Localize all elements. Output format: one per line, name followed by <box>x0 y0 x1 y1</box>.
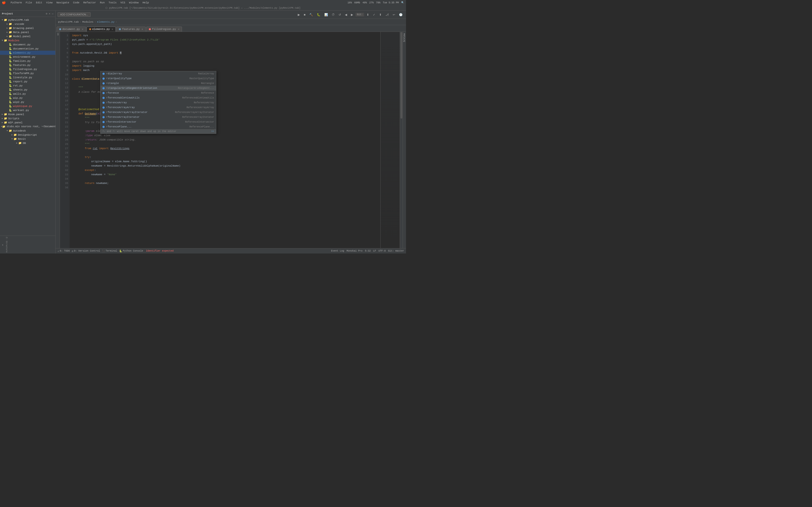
tree-document-py[interactable]: ▶ 🐍 document.py <box>0 43 55 47</box>
breadcrumb-tab[interactable]: pyRevitPM.tab <box>58 20 79 23</box>
git-push-button[interactable]: ⬆ <box>378 12 383 17</box>
tree-documentation-py[interactable]: ▶ 🐍 documentation.py <box>0 47 55 51</box>
tree-walls-py[interactable]: ▶ 🐍 walls.py <box>0 92 55 96</box>
sidebar-close-icon[interactable]: ✕ <box>49 12 51 15</box>
sidebar-favorites-icon[interactable]: ★ <box>2 243 3 246</box>
tree-report-py[interactable]: ▶ 🐍 report.py <box>0 79 55 83</box>
tree-autodesk[interactable]: ▼ 📁 Autodesk <box>0 129 55 133</box>
tree-workset-py[interactable]: ▶ 🐍 workset.py <box>0 108 55 112</box>
tab-close-filledregion[interactable]: ✕ <box>178 28 179 31</box>
menu-help[interactable]: Help <box>143 1 149 4</box>
coverage-button[interactable]: 📊 <box>323 12 329 17</box>
git-branch-label[interactable]: Git: master <box>388 249 404 252</box>
tree-linestyle-py[interactable]: ▶ 🐍 linestyle.py <box>0 75 55 79</box>
ac-item-10[interactable]: rferenceIntersector ReferenceIntersector <box>101 119 216 124</box>
menu-view[interactable]: View <box>46 1 52 4</box>
back-button[interactable]: ◀ <box>343 12 349 17</box>
build-button[interactable]: 🔨 <box>308 12 314 17</box>
code-editor[interactable]: import syspyt_path = r'C:\Program Files … <box>69 32 380 248</box>
breadcrumb-file[interactable]: elements.py <box>97 20 114 23</box>
tree-revit[interactable]: ▼ 📁 Revit <box>0 137 55 141</box>
ac-hint-expand[interactable]: >> <box>211 130 214 133</box>
ac-item-2[interactable]: rctangle Rectangle <box>101 81 216 86</box>
tree-wip-panel[interactable]: ▶ 📁 WIP.panel <box>0 120 55 125</box>
tree-drawing-panel[interactable]: ▶ 📁 Drawing.panel <box>0 26 55 30</box>
tab-filledregion-py[interactable]: filledregion.py ✕ <box>146 26 182 32</box>
ac-item-1[interactable]: rsterQualityType RasterQualityType <box>101 76 216 81</box>
tab-document-py[interactable]: document.py ✕ <box>57 26 86 32</box>
autocomplete-popup[interactable]: rdialArray RadialArray rsterQualityType … <box>100 71 216 134</box>
ac-item-11[interactable]: rferencePlane... ReferencePlane... <box>101 124 216 129</box>
tree-families-py[interactable]: ▶ 🐍 families.py <box>0 59 55 63</box>
tree-sheets-py[interactable]: ▶ 🐍 sheets.py <box>0 88 55 92</box>
sidebar-settings-icon[interactable]: ⚙ <box>46 12 47 15</box>
menu-navigate[interactable]: Navigate <box>56 1 69 4</box>
line-ending-label[interactable]: LF <box>373 249 376 252</box>
tree-db[interactable]: ▶ 📁 DB <box>0 141 55 145</box>
tab-features-py[interactable]: features.py ✕ <box>116 26 146 32</box>
ac-item-0[interactable]: rdialArray RadialArray <box>101 71 216 76</box>
ac-item-4[interactable]: rference Reference <box>101 91 216 95</box>
debug-button[interactable]: 🐛 <box>315 12 322 17</box>
sidebar-minimize-icon[interactable]: — <box>52 12 53 15</box>
menu-pycharm[interactable]: PyCharm <box>11 1 22 4</box>
git-branch-button[interactable]: ⎇ <box>384 12 390 17</box>
git-revert-button[interactable]: ↩ <box>391 12 397 17</box>
tree-stubs[interactable]: ▼ 📁 stubs.min sources root, ~/Documents/… <box>0 125 55 129</box>
ac-item-8[interactable]: rferenceArrayArrayIterator ReferenceArra… <box>101 110 216 115</box>
ac-item-6[interactable]: rferenceArray ReferenceArray <box>101 100 216 105</box>
tree-wip-py[interactable]: ▶ 🐍 wip.py <box>0 96 55 100</box>
menu-edit[interactable]: Edit <box>36 1 42 4</box>
search-icon[interactable]: 🔍 <box>401 1 404 4</box>
tree-wipunique-py[interactable]: ▶ 🐍 wipUnique.py <box>0 104 55 108</box>
position-label[interactable]: 5:32 <box>365 249 371 252</box>
tab-elements-py[interactable]: elements.py ✕ <box>87 26 116 32</box>
stop-button[interactable]: ■ <box>302 12 307 17</box>
menu-vcs[interactable]: VCS <box>120 1 125 4</box>
tree-rvt-py[interactable]: ▶ 🐍 rvt.py <box>0 83 55 88</box>
ac-item-3[interactable]: rctangularGridSegmentOrientation Rectang… <box>101 86 216 91</box>
tree-room-panel[interactable]: ▶ 📁 Room.panel <box>0 112 55 116</box>
menu-file[interactable]: File <box>26 1 32 4</box>
tree-meta-panel[interactable]: ▶ 📁 Meta.panel <box>0 30 55 34</box>
tree-designscript[interactable]: ▶ 📁 DesignScript <box>0 133 55 137</box>
sidebar-z-structure-icon[interactable]: Z: Structure <box>5 237 8 252</box>
menu-tools[interactable]: Tools <box>108 1 116 4</box>
theme-label[interactable]: Monokai Pro <box>347 249 362 252</box>
tab-close-elements[interactable]: ✕ <box>112 28 113 31</box>
python-console-badge[interactable]: 🐍 Python Console <box>119 249 143 252</box>
tree-model-panel[interactable]: ▶ 📁 Model.panel <box>0 34 55 38</box>
encoding-label[interactable]: UTF-8 <box>378 249 386 252</box>
tree-vscode[interactable]: ▶ 📁 .vscode <box>0 22 55 26</box>
git-history-button[interactable]: 🕐 <box>398 12 404 17</box>
tree-environment-py[interactable]: ▶ 🐍 environment.py <box>0 55 55 59</box>
breadcrumb-modules[interactable]: Modules <box>82 20 93 23</box>
apple-icon[interactable]: 🍎 <box>2 1 6 5</box>
tree-modules[interactable]: ▼ 📁 Modules <box>0 38 55 43</box>
menu-window[interactable]: Window <box>129 1 139 4</box>
tree-flexformPM-py[interactable]: ▶ 🐍 flexformPM.py <box>0 71 55 75</box>
menu-refactor[interactable]: Refactor <box>83 1 96 4</box>
tree-elements-py[interactable]: ▶ 🐍 elements.py <box>0 51 55 55</box>
version-control-badge[interactable]: ◎ 9: Version Control <box>72 249 100 252</box>
todo-badge[interactable]: ⚠ 6: TODO <box>57 249 70 252</box>
event-log-button[interactable]: Event Log <box>331 249 344 252</box>
run-button[interactable]: ▶ <box>296 12 301 17</box>
git-update-button[interactable]: ⬇ <box>365 12 370 17</box>
ac-item-7[interactable]: rferenceArrayArray ReferenceArrayArray <box>101 105 216 110</box>
tree-root[interactable]: ▼ 📁 pyRevitPM.tab <box>0 18 55 22</box>
database-icon[interactable]: DB <box>57 32 59 37</box>
menu-code[interactable]: Code <box>73 1 79 4</box>
add-configuration-button[interactable]: ADD CONFIGURATION... <box>57 12 91 17</box>
tree-filledregion-py[interactable]: ▶ 🐍 filledregion.py <box>0 67 55 71</box>
tree-scripts[interactable]: ▶ 📁 Scripts <box>0 116 55 120</box>
profile-button[interactable]: ⏱ <box>331 12 336 17</box>
tab-close-features[interactable]: ✕ <box>142 28 143 31</box>
ac-item-5[interactable]: rferenceableViewUtils ReferenceableViewU… <box>101 95 216 100</box>
ac-item-9[interactable]: rferenceArrayIterator ReferenceArrayIter… <box>101 115 216 119</box>
tree-wip2-py[interactable]: ▶ 🐍 wip2.py <box>0 100 55 104</box>
git-commit-button[interactable]: ✓ <box>371 12 377 17</box>
reload-button[interactable]: ↺ <box>337 12 343 17</box>
tree-features-py[interactable]: ▶ 🐍 features.py <box>0 63 55 67</box>
menu-run[interactable]: Run <box>100 1 105 4</box>
